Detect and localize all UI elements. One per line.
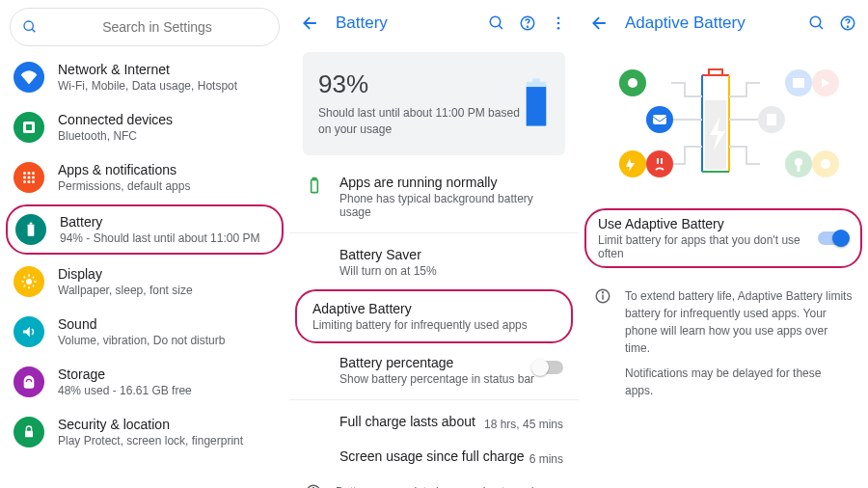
search-icon (22, 19, 38, 35)
settings-item-security-location[interactable]: Security & locationPlay Protect, screen … (0, 407, 289, 457)
settings-item-display[interactable]: DisplayWallpaper, sleep, font size (0, 257, 289, 307)
battery-row-battery-saver[interactable]: Battery SaverWill turn on at 15% (289, 237, 579, 287)
svg-point-8 (28, 176, 31, 179)
svg-point-21 (557, 16, 560, 19)
item-icon (14, 112, 44, 143)
svg-point-10 (23, 180, 26, 183)
item-title: Display (58, 266, 276, 282)
row-toggle[interactable] (532, 361, 563, 374)
battery-panel: Battery 93% Should last until about 11:0… (289, 0, 579, 488)
battery-ok-icon (305, 176, 324, 196)
row-value: 18 hrs, 45 mins (484, 418, 563, 431)
svg-rect-26 (527, 87, 547, 125)
item-sub: 48% used - 16.61 GB free (58, 384, 276, 397)
svg-point-4 (23, 172, 26, 175)
adaptive-note: To extend battery life, Adaptive Battery… (579, 278, 868, 417)
svg-point-9 (32, 176, 35, 179)
info-icon (305, 483, 322, 488)
search-input[interactable] (47, 19, 267, 35)
battery-row-full-charge-lasts-about[interactable]: Full charge lasts about18 hrs, 45 mins (289, 404, 579, 439)
svg-point-5 (28, 172, 31, 175)
svg-line-18 (499, 25, 502, 29)
note-2: Notifications may be delayed for these a… (625, 365, 853, 399)
help-icon[interactable] (519, 14, 536, 32)
item-sub: Wi-Fi, Mobile, Data usage, Hotspot (58, 79, 276, 93)
svg-point-6 (32, 172, 35, 175)
search-icon[interactable] (488, 14, 505, 32)
item-icon (14, 366, 44, 397)
item-sub: Permissions, default apps (58, 179, 276, 193)
footer-text: Battery usage data is approximate and ca… (336, 483, 563, 488)
svg-point-51 (795, 158, 802, 166)
row-sub: Limiting battery for infrequently used a… (312, 318, 556, 332)
svg-rect-3 (26, 124, 32, 130)
svg-point-23 (557, 27, 560, 30)
item-title: Apps & notifications (58, 162, 276, 177)
svg-point-15 (26, 279, 32, 285)
adaptive-battery-panel: Adaptive Battery (579, 0, 868, 488)
note-1: To extend battery life, Adaptive Battery… (625, 287, 853, 357)
settings-item-connected-devices[interactable]: Connected devicesBluetooth, NFC (0, 102, 289, 152)
svg-line-33 (819, 25, 823, 29)
svg-point-12 (32, 180, 35, 183)
item-title: Connected devices (58, 112, 276, 127)
item-icon (14, 162, 44, 193)
svg-rect-45 (793, 78, 804, 88)
item-title: Storage (58, 366, 276, 382)
svg-rect-14 (30, 223, 33, 225)
battery-icon (523, 69, 550, 137)
svg-rect-16 (25, 431, 33, 438)
battery-row-apps-are-running-normally[interactable]: Apps are running normallyPhone has typic… (289, 165, 579, 229)
svg-rect-13 (28, 225, 35, 236)
battery-row-battery-percentage[interactable]: Battery percentageShow battery percentag… (289, 345, 579, 395)
svg-rect-24 (532, 79, 539, 83)
adaptive-toggle[interactable] (818, 231, 849, 245)
settings-panel: Network & InternetWi-Fi, Mobile, Data us… (0, 0, 289, 488)
back-icon[interactable] (301, 14, 320, 33)
item-sub: Play Protect, screen lock, fingerprint (58, 434, 276, 447)
row-title: Apps are running normally (339, 175, 563, 190)
settings-item-apps-notifications[interactable]: Apps & notificationsPermissions, default… (0, 152, 289, 203)
row-sub: Phone has typical background battery usa… (339, 192, 563, 219)
settings-item-battery[interactable]: Battery94% - Should last until about 11:… (6, 204, 284, 255)
settings-item-sound[interactable]: SoundVolume, vibration, Do not disturb (0, 307, 289, 357)
row-title: Adaptive Battery (312, 301, 556, 316)
battery-topbar: Battery (289, 0, 579, 46)
battery-row-screen-usage-since-full-charge[interactable]: Screen usage since full charge6 mins (289, 439, 579, 474)
search-bar[interactable] (10, 8, 280, 46)
svg-point-20 (528, 26, 529, 27)
item-sub: Volume, vibration, Do not disturb (58, 334, 276, 347)
svg-point-39 (628, 78, 637, 88)
item-title: Network & Internet (58, 62, 276, 77)
battery-estimate: Should last until about 11:00 PM based o… (318, 105, 523, 138)
svg-point-0 (24, 21, 33, 30)
item-title: Battery (60, 214, 274, 230)
item-title: Security & location (58, 417, 276, 432)
toggle-title: Use Adaptive Battery (598, 216, 818, 231)
svg-rect-49 (767, 114, 776, 125)
toggle-sub: Limit battery for apps that you don't us… (598, 233, 818, 260)
row-sub: Will turn on at 15% (339, 264, 563, 278)
page-title: Adaptive Battery (625, 14, 808, 33)
svg-rect-27 (312, 179, 318, 192)
row-title: Battery Saver (339, 247, 563, 262)
item-sub: 94% - Should last until about 11:00 PM (60, 231, 274, 245)
back-icon[interactable] (590, 14, 610, 33)
help-icon[interactable] (839, 14, 856, 32)
battery-summary-card: 93% Should last until about 11:00 PM bas… (303, 52, 565, 155)
more-icon[interactable] (550, 14, 567, 32)
adaptive-toggle-row[interactable]: Use Adaptive Battery Limit battery for a… (584, 208, 862, 268)
settings-item-network-internet[interactable]: Network & InternetWi-Fi, Mobile, Data us… (0, 52, 289, 102)
svg-point-11 (28, 180, 31, 183)
battery-row-adaptive-battery[interactable]: Adaptive BatteryLimiting battery for inf… (295, 289, 573, 343)
footer-note: Battery usage data is approximate and ca… (289, 474, 579, 488)
row-value: 6 mins (529, 452, 563, 466)
item-sub: Wallpaper, sleep, font size (58, 284, 276, 297)
svg-point-53 (821, 159, 830, 169)
item-sub: Bluetooth, NFC (58, 129, 276, 143)
svg-line-1 (32, 29, 35, 32)
settings-item-storage[interactable]: Storage48% used - 16.61 GB free (0, 357, 289, 407)
item-icon (14, 417, 44, 447)
svg-point-17 (490, 16, 501, 27)
search-icon[interactable] (808, 14, 826, 32)
